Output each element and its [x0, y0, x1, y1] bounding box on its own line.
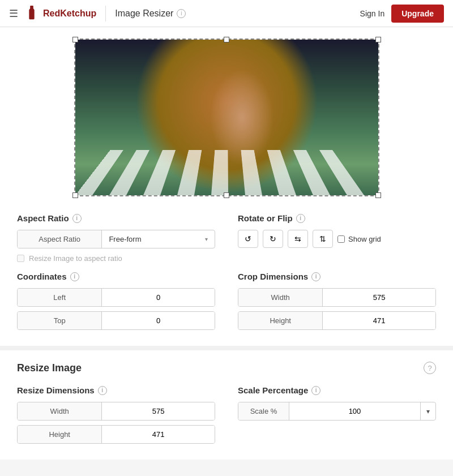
crop-height-label: Height: [238, 312, 323, 329]
chevron-down-icon: ▾: [205, 236, 208, 242]
resize-height-input[interactable]: [102, 426, 215, 443]
show-grid-label: Show grid: [348, 235, 381, 243]
image-wrapper[interactable]: [74, 38, 379, 196]
resize-height-label: Height: [18, 426, 102, 443]
coordinates-info-icon[interactable]: i: [70, 272, 79, 281]
resize-to-aspect-checkbox[interactable]: [17, 255, 24, 262]
rotate-left-button[interactable]: ↺: [238, 230, 258, 248]
crop-dimensions-title: Crop Dimensions: [238, 272, 308, 281]
scale-row: Scale % ▾: [238, 402, 436, 421]
resize-title-row: Resize Image ?: [17, 362, 436, 374]
crop-width-row: Width: [238, 288, 436, 307]
resize-handle-tr[interactable]: [375, 37, 381, 42]
crop-width-input[interactable]: [323, 289, 435, 306]
aspect-ratio-value: Free-form: [109, 235, 141, 243]
flip-horizontal-button[interactable]: ⇆: [288, 230, 308, 248]
resize-title: Resize Image: [17, 362, 82, 374]
resize-help-icon[interactable]: ?: [424, 362, 436, 374]
aspect-ratio-select[interactable]: Free-form ▾: [102, 230, 215, 248]
resize-section: Resize Image ? Resize Dimensions i Width…: [0, 350, 453, 460]
scale-input[interactable]: [289, 402, 420, 420]
show-grid-row: Show grid: [337, 235, 381, 243]
rotate-flip-title: Rotate or Flip: [238, 213, 293, 223]
rotate-right-button[interactable]: ↻: [263, 230, 283, 248]
resize-to-aspect-label: Resize Image to aspect ratio: [29, 254, 122, 263]
show-grid-checkbox[interactable]: [337, 235, 345, 243]
resize-controls-row: Resize Dimensions i Width Height Scale P…: [17, 385, 436, 448]
coordinates-panel: Coordinates i Left Top: [17, 272, 215, 335]
resize-handle-br[interactable]: [375, 192, 381, 198]
left-input-row: Left: [17, 288, 215, 307]
aspect-ratio-title: Aspect Ratio: [17, 213, 69, 223]
top-label: Top: [18, 312, 102, 329]
aspect-ratio-cell-label: Aspect Ratio: [18, 230, 102, 248]
rotate-left-icon: ↺: [245, 234, 251, 243]
rotate-right-icon: ↻: [270, 234, 276, 243]
flip-h-icon: ⇆: [294, 234, 301, 243]
aspect-ratio-panel: Aspect Ratio i Aspect Ratio Free-form ▾ …: [17, 213, 215, 263]
top-input[interactable]: [102, 312, 215, 329]
main-image: [75, 40, 378, 195]
scale-percentage-title: Scale Percentage: [238, 385, 308, 395]
rotate-flip-info-icon[interactable]: i: [296, 214, 305, 223]
header-divider: [105, 6, 106, 22]
svg-rect-0: [30, 6, 33, 7]
aspect-ratio-row: Aspect Ratio Free-form ▾: [17, 230, 215, 248]
resize-handle-tm[interactable]: [224, 37, 229, 42]
rotate-controls: ↺ ↻ ⇆ ⇅ Show grid: [238, 230, 436, 248]
scale-percentage-panel: Scale Percentage i Scale % ▾: [238, 385, 436, 448]
resize-width-label: Width: [18, 402, 102, 420]
crop-dimensions-panel: Crop Dimensions i Width Height: [238, 272, 436, 335]
image-canvas-area: [0, 27, 453, 202]
crop-dimensions-info-icon[interactable]: i: [311, 272, 320, 281]
flip-v-icon: ⇅: [319, 234, 326, 243]
scale-info-icon[interactable]: i: [311, 386, 320, 395]
resize-height-row: Height: [17, 425, 215, 444]
scale-label: Scale %: [238, 402, 289, 420]
resize-dimensions-panel: Resize Dimensions i Width Height: [17, 385, 215, 448]
scale-dropdown[interactable]: ▾: [420, 402, 435, 420]
resize-handle-bl[interactable]: [72, 192, 78, 198]
top-input-row: Top: [17, 311, 215, 330]
flip-vertical-button[interactable]: ⇅: [313, 230, 333, 248]
tool-title: Image Resizer: [115, 8, 173, 19]
aspect-ratio-info-icon[interactable]: i: [72, 214, 82, 223]
resize-handle-bm[interactable]: [224, 192, 229, 198]
left-label: Left: [18, 289, 102, 306]
crop-height-row: Height: [238, 311, 436, 330]
resize-handle-tl[interactable]: [72, 37, 78, 42]
controls-section: Aspect Ratio i Aspect Ratio Free-form ▾ …: [0, 202, 453, 350]
sign-in-button[interactable]: Sign In: [360, 9, 385, 18]
resize-width-row: Width: [17, 402, 215, 421]
brand-name: RedKetchup: [43, 8, 96, 19]
bottle-icon: [25, 6, 39, 22]
scale-chevron-icon: ▾: [426, 408, 430, 415]
crop-width-label: Width: [238, 289, 323, 306]
tool-info-icon[interactable]: i: [177, 9, 186, 18]
left-input[interactable]: [102, 289, 215, 306]
resize-dimensions-info-icon[interactable]: i: [98, 386, 107, 395]
brand-logo: RedKetchup: [25, 6, 96, 22]
resize-width-input[interactable]: [102, 402, 215, 420]
crop-height-input[interactable]: [323, 312, 435, 329]
menu-icon[interactable]: ☰: [9, 7, 18, 20]
resize-dimensions-title: Resize Dimensions: [17, 385, 95, 395]
upgrade-button[interactable]: Upgrade: [391, 5, 444, 23]
coordinates-title: Coordinates: [17, 272, 67, 281]
rotate-flip-panel: Rotate or Flip i ↺ ↻ ⇆ ⇅: [238, 213, 436, 263]
resize-to-aspect-row: Resize Image to aspect ratio: [17, 254, 215, 263]
